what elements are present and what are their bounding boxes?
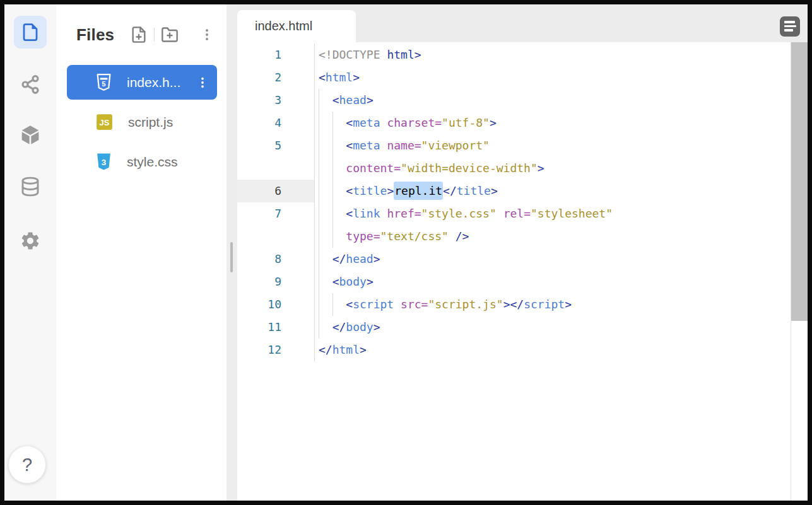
- code-token: "script.js": [428, 298, 503, 311]
- file-plus-icon: [130, 26, 148, 44]
- code-token: >: [374, 320, 380, 334]
- sidebar-item-version-control[interactable]: [14, 68, 47, 101]
- indent-guide: [319, 180, 332, 202]
- indent-guide: [319, 248, 332, 270]
- line-number: 5: [237, 134, 315, 157]
- indent-guide: [319, 202, 332, 225]
- line-number: 9: [237, 270, 315, 293]
- code-token: >: [565, 298, 572, 311]
- new-folder-button[interactable]: [159, 24, 180, 45]
- code-line[interactable]: content="width=device-width">: [237, 157, 791, 180]
- code-line[interactable]: 1<!DOCTYPE html>: [237, 44, 791, 66]
- code-token: head: [339, 93, 367, 107]
- line-number: 8: [237, 248, 315, 270]
- code-line[interactable]: 7<link href="style.css" rel="stylesheet": [237, 202, 791, 225]
- help-button[interactable]: ?: [8, 446, 46, 484]
- menu-lines-icon: [784, 21, 795, 23]
- code-area[interactable]: 1<!DOCTYPE html>2<html>3<head>4<meta cha…: [237, 42, 791, 501]
- code-line[interactable]: 3<head>: [237, 89, 791, 112]
- code-line[interactable]: 12</html>: [237, 339, 791, 361]
- code-token: </: [443, 184, 457, 197]
- code-token: >: [491, 184, 498, 197]
- file-options-button[interactable]: [194, 72, 211, 93]
- code-token: <!DOCTYPE: [319, 48, 387, 61]
- code-token: >: [367, 275, 374, 288]
- code-token: script: [353, 298, 394, 311]
- panel-divider: [227, 4, 237, 501]
- sidebar-item-files[interactable]: [14, 16, 47, 49]
- panel-resize-handle[interactable]: [230, 242, 233, 272]
- settings-icon: [20, 230, 41, 252]
- editor-scrollbar: [791, 42, 808, 501]
- indent-guide: [319, 316, 332, 339]
- file-item-style-css[interactable]: 3 style.css: [67, 144, 217, 179]
- line-number: [237, 225, 315, 248]
- editor-scrollbar-thumb[interactable]: [791, 42, 808, 321]
- sidebar-item-settings[interactable]: [14, 224, 47, 257]
- html5-file-icon: 5: [96, 73, 112, 91]
- editor-menu-button[interactable]: [780, 16, 800, 37]
- file-item-label: script.js: [128, 115, 173, 130]
- code-token: "style.css": [421, 207, 497, 220]
- code-token: <: [346, 184, 353, 197]
- file-item-script-js[interactable]: JS script.js: [67, 105, 217, 139]
- code-line-content: </body>: [315, 316, 791, 339]
- code-token: </: [319, 343, 332, 356]
- line-number: 4: [237, 112, 315, 134]
- left-sidebar: ?: [4, 4, 56, 501]
- code-line[interactable]: type="text/css" />: [237, 225, 791, 248]
- code-line[interactable]: 9<body>: [237, 270, 791, 293]
- file-item-label: index.h...: [127, 75, 180, 90]
- indent-guide: [319, 157, 332, 180]
- code-line[interactable]: 6<title>repl.it</title>: [237, 180, 791, 202]
- code-token: >: [387, 184, 394, 197]
- code-line[interactable]: 5<meta name="viewport": [237, 134, 791, 157]
- files-panel: Files: [56, 4, 227, 501]
- new-file-button[interactable]: [128, 24, 150, 45]
- selected-text: repl.it: [394, 182, 443, 200]
- code-token: title: [457, 184, 491, 197]
- code-token: charset=: [387, 116, 442, 129]
- code-token: "viewport": [421, 139, 490, 152]
- tab-label: index.html: [255, 19, 312, 33]
- code-line-content: <title>repl.it</title>: [315, 180, 791, 202]
- sidebar-item-database[interactable]: [14, 170, 47, 203]
- files-panel-header: Files: [56, 18, 227, 51]
- file-item-index-html[interactable]: 5 index.h...: [67, 65, 217, 100]
- code-token: content=: [346, 161, 401, 175]
- code-line[interactable]: 11</body>: [237, 316, 791, 339]
- code-lines: 1<!DOCTYPE html>2<html>3<head>4<meta cha…: [237, 44, 791, 361]
- code-line-content: content="width=device-width">: [315, 157, 791, 180]
- code-line-content: </html>: [315, 339, 791, 361]
- replit-window: ? Files: [4, 4, 808, 501]
- code-line[interactable]: 8</head>: [237, 248, 791, 270]
- line-number: 7: [237, 202, 315, 225]
- indent-guide: [332, 293, 346, 316]
- code-token: [380, 116, 387, 129]
- code-line-content: <html>: [315, 66, 791, 89]
- code-line-content: type="text/css" />: [315, 225, 791, 248]
- tab-index-html[interactable]: index.html: [237, 10, 356, 42]
- indent-guide: [319, 225, 332, 248]
- code-token: >: [538, 161, 544, 175]
- code-line-content: <head>: [315, 89, 791, 112]
- code-line[interactable]: 4<meta charset="utf-8">: [237, 112, 791, 134]
- code-line[interactable]: 10<script src="script.js"></script>: [237, 293, 791, 316]
- code-token: <: [346, 207, 353, 220]
- version-control-icon: [20, 74, 40, 95]
- code-token: [394, 298, 401, 311]
- code-token: [449, 229, 456, 243]
- code-token: body: [346, 320, 373, 334]
- files-menu-button[interactable]: [196, 24, 218, 45]
- line-number: 3: [237, 89, 315, 112]
- indent-guide: [319, 112, 332, 134]
- code-line-content: <script src="script.js"></script>: [315, 293, 791, 316]
- code-token: html: [332, 343, 360, 356]
- code-line[interactable]: 2<html>: [237, 66, 791, 89]
- code-token: [380, 207, 387, 220]
- code-token: html: [326, 71, 353, 84]
- line-number: 10: [237, 293, 315, 316]
- editor: index.html 1<!DOCTYPE html>2<html>3<head…: [237, 4, 808, 501]
- sidebar-item-packages[interactable]: [14, 119, 47, 151]
- indent-guide: [332, 180, 346, 202]
